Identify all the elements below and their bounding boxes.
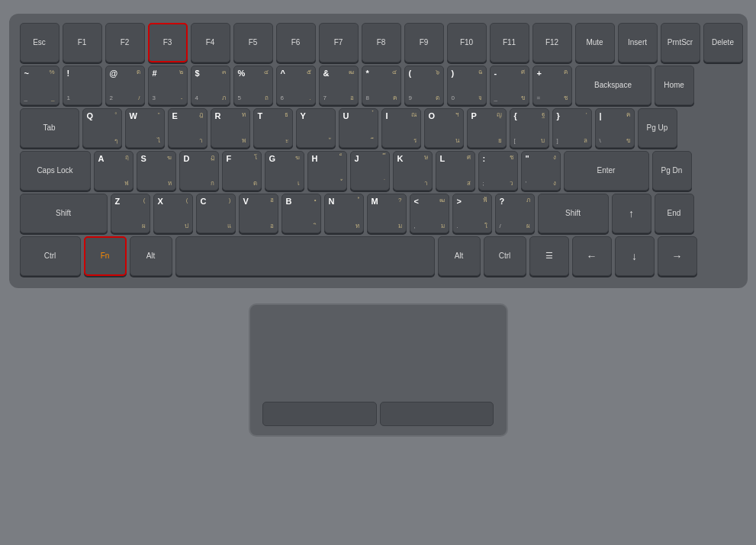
key-l[interactable]: Lศ ส	[436, 151, 475, 191]
key-f3[interactable]: F3	[148, 23, 188, 63]
trackpad[interactable]	[249, 303, 508, 437]
asdf-key-row: Caps Lock Aฤ ฟ Sฆ ห Dฏ ก Fโ ด Gฆ เ H็ ้ …	[20, 151, 737, 191]
key-f12[interactable]: F12	[532, 23, 572, 63]
key-k[interactable]: Kษ า	[393, 151, 433, 191]
key-f8[interactable]: F8	[362, 23, 401, 63]
key-e[interactable]: Eฎ า	[168, 108, 207, 148]
key-q[interactable]: Q° ๆ	[82, 108, 122, 148]
key-capslock[interactable]: Caps Lock	[20, 151, 91, 191]
key-ctrl-right[interactable]: Ctrl	[484, 236, 526, 276]
key-9[interactable]: (๖ 9ต	[404, 66, 444, 105]
key-t[interactable]: Tธ ะ	[253, 108, 293, 148]
key-bracket-close[interactable]: }' ]ล	[552, 108, 592, 148]
trackpad-area	[249, 303, 508, 437]
key-f11[interactable]: F11	[490, 23, 529, 63]
key-z[interactable]: Z( ผ	[111, 194, 150, 233]
key-w[interactable]: W" ไ	[125, 108, 165, 148]
key-6[interactable]: ^๕ 6.	[276, 66, 316, 105]
key-insert[interactable]: Insert	[618, 23, 658, 63]
key-esc[interactable]: Esc	[20, 23, 60, 63]
key-n[interactable]: Nํ ท	[324, 194, 364, 233]
key-shift-left[interactable]: Shift	[20, 194, 108, 233]
key-space[interactable]	[175, 236, 435, 276]
key-tab[interactable]: Tab	[20, 108, 79, 148]
key-arrow-down[interactable]: ↓	[615, 236, 655, 276]
key-p[interactable]: Pญ ย	[467, 108, 507, 148]
key-1[interactable]: ! 1	[63, 66, 102, 105]
key-slash[interactable]: ?ภ /ผ	[495, 194, 535, 233]
key-mute[interactable]: Mute	[575, 23, 615, 63]
key-b[interactable]: B• ิ	[281, 194, 321, 233]
key-f10[interactable]: F10	[447, 23, 487, 63]
key-prntscr[interactable]: PrntScr	[661, 23, 700, 63]
key-arrow-left[interactable]: ←	[572, 236, 612, 276]
key-backspace[interactable]: Backspace	[575, 66, 651, 105]
fn-key-row: Esc F1 F2 F3 F4 F5 F6 F7 F8 F9 F10 F11 F…	[20, 23, 737, 63]
key-equals[interactable]: +ฅ =ช	[532, 66, 572, 105]
key-f6[interactable]: F6	[276, 23, 316, 63]
key-menu[interactable]: ☰	[529, 236, 569, 276]
key-f[interactable]: Fโ ด	[222, 151, 262, 191]
key-3[interactable]: #๒ 3-	[148, 66, 188, 105]
key-8[interactable]: *๔ 8ค	[362, 66, 401, 105]
key-r[interactable]: Rท พ	[211, 108, 250, 148]
key-d[interactable]: Dฏ ก	[179, 151, 219, 191]
key-fn[interactable]: Fn	[84, 236, 127, 276]
key-h[interactable]: H็ ้	[307, 151, 347, 191]
key-y[interactable]: Y ั	[296, 108, 336, 148]
key-end[interactable]: End	[655, 194, 694, 233]
key-home[interactable]: Home	[655, 66, 694, 105]
trackpad-left-button[interactable]	[262, 402, 376, 426]
key-f7[interactable]: F7	[319, 23, 359, 63]
key-period[interactable]: >ฟ้ .ใ	[452, 194, 492, 233]
trackpad-right-button[interactable]	[380, 402, 494, 426]
keyboard: Esc F1 F2 F3 F4 F5 F6 F7 F8 F9 F10 F11 F…	[9, 14, 748, 288]
key-f4[interactable]: F4	[191, 23, 230, 63]
key-arrow-right[interactable]: →	[658, 236, 697, 276]
key-arrow-up[interactable]: ↑	[612, 194, 651, 233]
key-shift-right[interactable]: Shift	[538, 194, 609, 233]
key-7[interactable]: &ฒ 7อ	[319, 66, 359, 105]
key-f2[interactable]: F2	[105, 23, 145, 63]
key-tilde[interactable]: ~% __	[20, 66, 60, 105]
key-alt-right[interactable]: Alt	[438, 236, 481, 276]
key-g[interactable]: Gฆ เ	[265, 151, 304, 191]
number-key-row: ~% __ ! 1 @ด 2/ #๒ 3- $๓ 4ภ %๔ 5ถ ^๕	[20, 66, 737, 105]
key-4[interactable]: $๓ 4ภ	[191, 66, 230, 105]
key-enter[interactable]: Enter	[564, 151, 649, 191]
key-ctrl-left[interactable]: Ctrl	[20, 236, 81, 276]
key-s[interactable]: Sฆ ห	[137, 151, 176, 191]
key-o[interactable]: Oฯ น	[424, 108, 464, 148]
key-semicolon[interactable]: :ช ;ว	[478, 151, 518, 191]
key-f1[interactable]: F1	[63, 23, 102, 63]
key-minus[interactable]: -ศ _ข	[490, 66, 529, 105]
key-f5[interactable]: F5	[233, 23, 273, 63]
key-f9[interactable]: F9	[404, 23, 444, 63]
bottom-key-row: Ctrl Fn Alt Alt Ctrl ☰ ← ↓ →	[20, 236, 737, 276]
key-x[interactable]: X( ป	[153, 194, 193, 233]
key-0[interactable]: )ฉ 0จ	[447, 66, 487, 105]
key-5[interactable]: %๔ 5ถ	[233, 66, 273, 105]
key-alt-left[interactable]: Alt	[130, 236, 172, 276]
key-v[interactable]: Vฮ อ	[239, 194, 278, 233]
key-a[interactable]: Aฤ ฟ	[94, 151, 134, 191]
key-i[interactable]: Iณ ร	[381, 108, 421, 148]
key-j[interactable]: J๊ ่	[350, 151, 390, 191]
key-m[interactable]: M? ม	[367, 194, 407, 233]
key-delete[interactable]: Delete	[703, 23, 743, 63]
key-pgup[interactable]: Pg Up	[638, 108, 677, 148]
qwerty-key-row: Tab Q° ๆ W" ไ Eฎ า Rท พ Tธ ะ Y ั U๋ ี	[20, 108, 737, 148]
trackpad-buttons	[262, 402, 493, 426]
key-backslash[interactable]: |ค \ข	[595, 108, 635, 148]
key-pgdn[interactable]: Pg Dn	[652, 151, 692, 191]
key-quote[interactable]: "ง 'ง	[521, 151, 561, 191]
key-comma[interactable]: <ฒ ,ม	[410, 194, 449, 233]
key-c[interactable]: C) แ	[196, 194, 236, 233]
key-u[interactable]: U๋ ี	[339, 108, 378, 148]
key-2[interactable]: @ด 2/	[105, 66, 145, 105]
zxcv-key-row: Shift Z( ผ X( ป C) แ Vฮ อ B• ิ Nํ ท M? ม	[20, 194, 737, 233]
key-bracket-open[interactable]: {ฐ [บ	[510, 108, 549, 148]
